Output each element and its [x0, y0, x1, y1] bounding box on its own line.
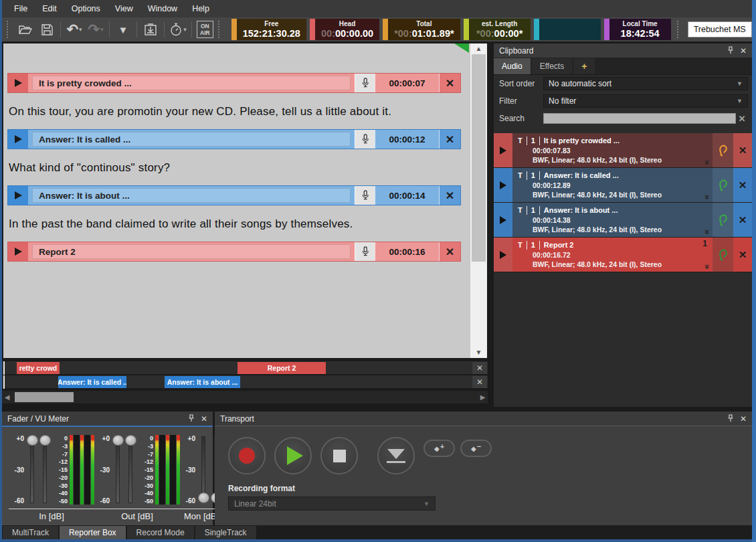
- timeline-track1-close-button[interactable]: ✕: [472, 362, 487, 374]
- item-play-button[interactable]: [494, 238, 512, 272]
- menu-edit[interactable]: Edit: [35, 0, 64, 17]
- menu-view[interactable]: View: [108, 0, 140, 17]
- fader-knob[interactable]: [198, 492, 209, 503]
- mode-tab-record-mode[interactable]: Record Mode: [127, 526, 194, 540]
- timeline-clip[interactable]: Answer: It is called ..: [58, 376, 126, 388]
- import-button[interactable]: [140, 19, 161, 39]
- timeline-clip[interactable]: Report 2: [238, 362, 326, 374]
- scrollbar-thumb[interactable]: [472, 54, 486, 262]
- fader-knob[interactable]: [39, 435, 51, 446]
- toolbar-grip[interactable]: [218, 21, 223, 38]
- item-delete-button[interactable]: ✕: [733, 203, 752, 237]
- timeline-clip[interactable]: Answer: It is about ...: [165, 376, 240, 388]
- stop-button[interactable]: [320, 437, 358, 474]
- script-editor[interactable]: It is pretty crowded ... 00:00:07 ✕ On t…: [3, 43, 487, 358]
- on-air-button[interactable]: ON AIR: [197, 21, 213, 38]
- toolbar-grip[interactable]: [7, 21, 12, 38]
- clip-delete-button[interactable]: ✕: [439, 74, 460, 92]
- font-selector[interactable]: Trebuchet MS: [688, 21, 752, 37]
- audio-clip-row[interactable]: Report 2 00:00:16 ✕: [7, 242, 461, 262]
- fader-knob[interactable]: [112, 435, 124, 446]
- clipboard-item[interactable]: T 1 Answer: It is called ... 00:00:12.89…: [494, 168, 752, 203]
- pin-icon[interactable]: [727, 414, 734, 424]
- clip-record-button[interactable]: [355, 130, 375, 149]
- clip-play-button[interactable]: [8, 242, 28, 261]
- open-folder-button[interactable]: [15, 19, 36, 39]
- script-text[interactable]: On this tour, you are promotin your new …: [9, 104, 461, 120]
- clipboard-item[interactable]: T 1 Answer: It is about ... 00:00:14.38 …: [494, 203, 752, 238]
- clip-title-field[interactable]: Report 2: [32, 244, 351, 259]
- audio-clip-row[interactable]: It is pretty crowded ... 00:00:07 ✕: [7, 73, 461, 93]
- collapse-chevrons-icon[interactable]: »: [702, 195, 713, 199]
- clipboard-item[interactable]: T 1 It is pretty crowded ... 00:00:07.83…: [494, 133, 752, 168]
- clear-search-icon[interactable]: ✕: [736, 114, 748, 124]
- mode-tab-singletrack[interactable]: SingleTrack: [195, 526, 256, 540]
- toolbar-grip[interactable]: [677, 21, 682, 38]
- editor-scrollbar[interactable]: ▲ ▼: [470, 43, 487, 358]
- pin-icon[interactable]: [727, 46, 734, 56]
- audio-clip-row[interactable]: Answer: It is called ... 00:00:12 ✕: [7, 129, 461, 149]
- remove-marker-button[interactable]: ◆−: [460, 440, 492, 457]
- clip-title-field[interactable]: It is pretty crowded ...: [32, 76, 351, 90]
- collapse-chevrons-icon[interactable]: »: [702, 264, 713, 269]
- clipboard-item[interactable]: T 1 Report 2 00:00:16.72 BWF, Linear; 48…: [494, 238, 752, 272]
- item-prelisten-button[interactable]: [713, 203, 733, 237]
- fader-knob[interactable]: [125, 435, 136, 446]
- timeline-track2-close-button[interactable]: ✕: [472, 376, 487, 388]
- item-delete-button[interactable]: ✕: [733, 238, 752, 272]
- add-marker-button[interactable]: ◆+: [423, 440, 455, 457]
- collapse-chevrons-icon[interactable]: »: [702, 230, 713, 234]
- clipboard-tab-audio[interactable]: Audio: [494, 58, 531, 74]
- clip-delete-button[interactable]: ✕: [439, 186, 460, 205]
- drop-to-end-button[interactable]: [377, 437, 415, 474]
- item-prelisten-button[interactable]: [713, 133, 733, 167]
- fader-knob[interactable]: [27, 435, 38, 446]
- audio-clip-row[interactable]: Answer: It is about ... 00:00:14 ✕: [7, 185, 461, 205]
- clip-play-button[interactable]: [8, 130, 28, 149]
- menu-window[interactable]: Window: [140, 0, 185, 17]
- close-icon[interactable]: ✕: [740, 47, 747, 55]
- clip-delete-button[interactable]: ✕: [439, 242, 460, 261]
- script-text[interactable]: In the past the band claimed to write al…: [9, 216, 461, 232]
- scroll-up-icon[interactable]: ▲: [470, 43, 487, 54]
- menu-file[interactable]: File: [7, 0, 35, 17]
- close-icon[interactable]: ✕: [201, 415, 207, 423]
- mode-tab-multitrack[interactable]: MultiTrack: [3, 526, 58, 540]
- scroll-right-icon[interactable]: ▶: [478, 391, 488, 403]
- collapse-chevrons-icon[interactable]: »: [702, 160, 713, 165]
- search-input[interactable]: [543, 113, 736, 124]
- recording-format-select[interactable]: Linear 24bit▼: [228, 496, 436, 511]
- timeline-track-2[interactable]: ✕ Answer: It is called ..Answer: It is a…: [2, 375, 488, 389]
- save-button[interactable]: [36, 19, 58, 39]
- add-tab-button[interactable]: +: [573, 58, 595, 74]
- scrollbar-thumb[interactable]: [15, 392, 74, 402]
- timeline-scrollbar[interactable]: ◀ ▶: [2, 391, 488, 403]
- clip-delete-button[interactable]: ✕: [439, 130, 460, 149]
- fader-slider[interactable]: [26, 435, 39, 505]
- fader-slider[interactable]: [39, 435, 52, 505]
- timer-button[interactable]: ▾: [167, 19, 189, 39]
- close-icon[interactable]: ✕: [740, 415, 747, 423]
- item-delete-button[interactable]: ✕: [733, 133, 752, 167]
- clip-play-button[interactable]: [8, 186, 28, 205]
- play-button[interactable]: [274, 437, 312, 474]
- clip-title-field[interactable]: Answer: It is about ...: [32, 188, 351, 203]
- fader-slider[interactable]: [124, 435, 137, 505]
- script-text[interactable]: What kind of "continous" story?: [9, 160, 461, 176]
- scroll-down-icon[interactable]: ▼: [470, 347, 487, 358]
- fader-slider[interactable]: [197, 435, 210, 505]
- sort-order-select[interactable]: No automatic sort▼: [543, 77, 748, 90]
- pin-icon[interactable]: [188, 414, 195, 424]
- undo-button[interactable]: ↶▾: [64, 19, 85, 39]
- timeline-clip[interactable]: retty crowd: [17, 362, 60, 374]
- insert-marker-button[interactable]: ▼: [112, 19, 134, 39]
- item-play-button[interactable]: [494, 168, 512, 202]
- item-play-button[interactable]: [494, 203, 512, 237]
- scroll-left-icon[interactable]: ◀: [2, 391, 12, 403]
- menu-help[interactable]: Help: [185, 0, 217, 17]
- record-button[interactable]: [228, 437, 266, 474]
- item-play-button[interactable]: [494, 133, 512, 167]
- item-prelisten-button[interactable]: [713, 168, 733, 202]
- clipboard-tab-effects[interactable]: Effects: [532, 58, 572, 74]
- menu-options[interactable]: Options: [64, 0, 108, 17]
